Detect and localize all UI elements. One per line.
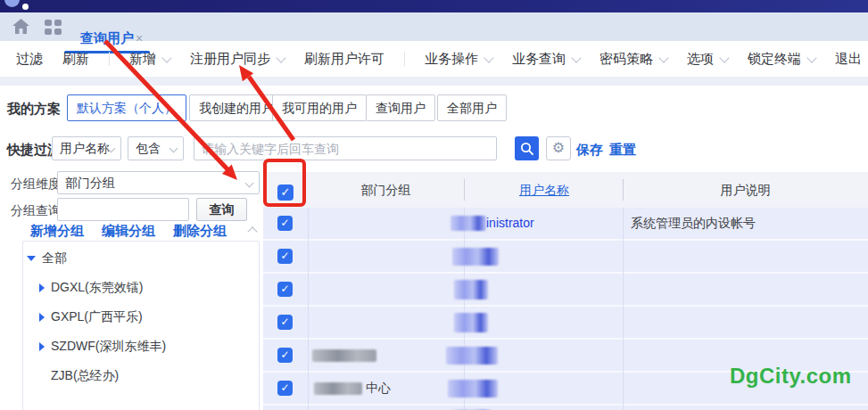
toolbar-item-options[interactable]: 选项 xyxy=(687,51,728,68)
redacted-dept-blob xyxy=(312,349,376,362)
dept-cell-text: 中心 xyxy=(366,406,391,410)
toolbar-item-business-ops[interactable]: 业务操作 xyxy=(425,51,492,68)
toolbar-item-password-policy[interactable]: 密码策略 xyxy=(599,51,667,68)
chevron-down-icon xyxy=(806,53,816,62)
table-row[interactable]: ✓ xyxy=(263,307,868,340)
toolbar-item-label: 选项 xyxy=(687,51,714,66)
tree-item-dgxl[interactable]: DGXL(东莞效镭) xyxy=(39,280,143,296)
column-header-username[interactable]: 用户名称 xyxy=(466,172,623,208)
row-checkbox[interactable]: ✓ xyxy=(277,216,293,231)
toolbar-separator xyxy=(404,52,405,66)
chevron-down-icon xyxy=(484,53,493,62)
column-header-userdesc[interactable]: 用户说明 xyxy=(623,172,868,208)
chevron-down-icon xyxy=(245,179,254,188)
username-link[interactable]: inistrator xyxy=(486,208,534,239)
annotation-red-rectangle xyxy=(263,159,306,207)
collapse-panel-icon[interactable] xyxy=(247,226,257,236)
toolbar-item-label: 新增 xyxy=(129,51,156,66)
row-checkbox[interactable]: ✓ xyxy=(277,249,293,264)
tree-item-label: SZDWF(深圳东维丰) xyxy=(51,339,166,355)
column-header-dept[interactable]: 部门分组 xyxy=(308,172,464,208)
column-gridline xyxy=(623,208,624,410)
tree-expanded-icon[interactable] xyxy=(27,256,36,261)
toolbar-item-business-query[interactable]: 业务查询 xyxy=(512,51,580,68)
logo-circle-icon xyxy=(4,0,20,7)
chevron-down-icon xyxy=(276,53,285,62)
app-window: 查询用户 × 过滤刷新新增注册用户同步刷新用户许可业务操作业务查询密码策略选项锁… xyxy=(0,0,868,410)
chevron-down-icon xyxy=(161,53,171,62)
chevron-down-icon xyxy=(719,53,729,62)
scheme-button-query-users[interactable]: 查询用户 xyxy=(366,94,435,121)
group-dimension-select[interactable]: 部门分组 xyxy=(57,171,260,194)
toolbar-item-label: 锁定终端 xyxy=(748,51,801,66)
filter-field-value: 用户名称 xyxy=(60,141,110,155)
group-query-button[interactable]: 查询 xyxy=(196,198,247,221)
redacted-name-blob xyxy=(451,216,486,231)
filter-operator-select[interactable]: 包含 xyxy=(128,136,184,160)
dept-cell-text: 中心 xyxy=(366,373,391,404)
keyword-search-input[interactable] xyxy=(194,136,497,160)
reset-link[interactable]: 重置 xyxy=(609,142,636,159)
tree-collapsed-icon[interactable] xyxy=(39,342,45,351)
row-checkbox[interactable]: ✓ xyxy=(277,282,293,297)
add-group-link[interactable]: 新增分组 xyxy=(30,223,84,240)
table-row[interactable]: ✓inistrator系统管理员的内设帐号 xyxy=(263,208,868,241)
toolbar-item-filter[interactable]: 过滤 xyxy=(16,51,43,68)
filter-operator-value: 包含 xyxy=(136,141,161,155)
table-row[interactable]: ✓ xyxy=(263,274,868,307)
toolbar-item-label: 过滤 xyxy=(16,51,43,66)
toolbar-item-lock-terminal[interactable]: 锁定终端 xyxy=(748,51,815,68)
scheme-button-users-i-created[interactable]: 我创建的用户 xyxy=(189,94,284,121)
group-dimension-label: 分组维度 xyxy=(11,176,61,193)
tree-item-label: 全部 xyxy=(42,250,67,266)
group-search-input[interactable] xyxy=(57,198,189,221)
tree-collapsed-icon[interactable] xyxy=(39,313,45,322)
scheme-button-default-scheme[interactable]: 默认方案（个人） xyxy=(67,94,186,121)
redacted-name-blob xyxy=(454,280,488,299)
filter-settings-button[interactable]: ⚙ xyxy=(546,136,571,160)
scheme-button-users-available[interactable]: 我可用的用户 xyxy=(272,94,367,121)
toolbar-item-label: 密码策略 xyxy=(599,51,653,66)
toolbar-item-label: 业务操作 xyxy=(425,51,478,66)
toolbar-item-exit[interactable]: 退出 xyxy=(835,51,862,68)
tree-item-gxpl[interactable]: GXPL(广西平乐) xyxy=(39,309,143,325)
tree-collapsed-icon[interactable] xyxy=(39,283,45,292)
my-scheme-label: 我的方案 xyxy=(7,101,61,118)
row-checkbox[interactable]: ✓ xyxy=(277,348,293,363)
home-icon[interactable] xyxy=(12,19,29,34)
chevron-down-icon xyxy=(169,144,178,153)
tree-item-root[interactable]: 全部 xyxy=(27,250,67,266)
toolbar-item-label: 注册用户同步 xyxy=(190,51,270,66)
gear-icon: ⚙ xyxy=(552,140,565,155)
toolbar-item-register-user-sync[interactable]: 注册用户同步 xyxy=(190,51,285,68)
header-divider xyxy=(623,179,624,201)
save-link[interactable]: 保存 xyxy=(576,142,603,159)
watermark-text: DgCity.com xyxy=(730,364,852,389)
redacted-name-blob xyxy=(446,347,498,365)
redacted-dept-blob xyxy=(314,382,362,395)
group-tree-panel: 全部DGXL(东莞效镭)GXPL(广西平乐)SZDWF(深圳东维丰)ZJB(总经… xyxy=(22,241,260,410)
table-row[interactable]: ✓ xyxy=(263,241,868,274)
row-checkbox[interactable]: ✓ xyxy=(277,315,293,330)
toolbar: 过滤刷新新增注册用户同步刷新用户许可业务操作业务查询密码策略选项锁定终端退出 xyxy=(0,41,868,77)
filter-field-select[interactable]: 用户名称 xyxy=(52,136,121,160)
edit-group-link[interactable]: 编辑分组 xyxy=(102,223,155,240)
table-row[interactable]: ✓中心 xyxy=(263,406,868,410)
tree-item-szdwf[interactable]: SZDWF(深圳东维丰) xyxy=(39,339,166,355)
toolbar-item-label: 退出 xyxy=(835,51,862,66)
tree-item-zjb[interactable]: ZJB(总经办) xyxy=(39,368,119,384)
delete-group-link[interactable]: 删除分组 xyxy=(173,223,227,240)
chevron-down-icon xyxy=(658,53,668,62)
search-button[interactable] xyxy=(515,136,539,160)
toolbar-item-add[interactable]: 新增 xyxy=(129,51,170,68)
column-gridline xyxy=(308,208,309,410)
grid-menu-icon[interactable] xyxy=(45,20,62,35)
row-checkbox[interactable]: ✓ xyxy=(277,381,293,396)
scheme-button-all-users[interactable]: 全部用户 xyxy=(437,94,507,121)
logo-dot-icon xyxy=(22,4,29,10)
toolbar-item-label: 刷新用户许可 xyxy=(304,51,384,66)
toolbar-item-refresh-user-license[interactable]: 刷新用户许可 xyxy=(304,51,384,68)
toolbar-item-label: 业务查询 xyxy=(512,51,566,66)
toolbar-item-refresh[interactable]: 刷新 xyxy=(62,51,89,68)
header-divider xyxy=(464,179,465,201)
